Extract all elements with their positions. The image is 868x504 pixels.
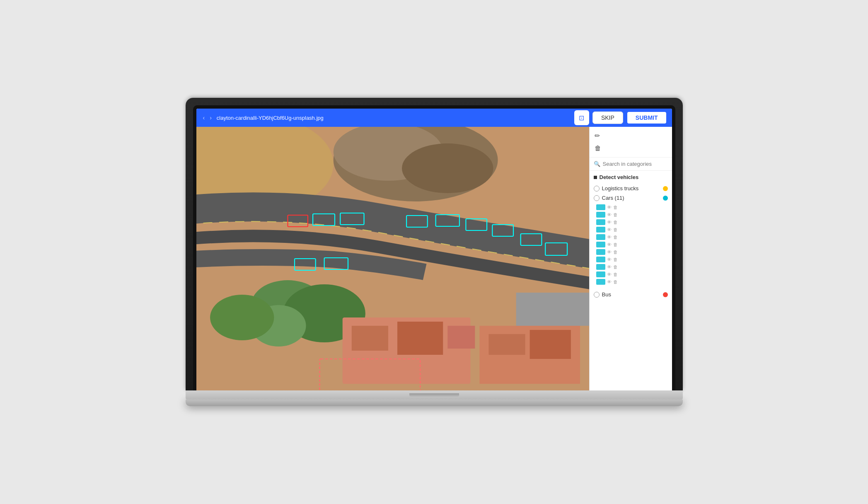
eye-icon-10[interactable]: 👁 <box>607 272 612 277</box>
laptop-base <box>186 390 683 400</box>
annotation-thumb-6 <box>596 242 605 247</box>
trash-icon: 🗑 <box>595 145 601 152</box>
trash-icon-11[interactable]: 🗑 <box>613 279 618 284</box>
laptop-lid: ‹ › clayton-cardinalli-YD6hjCbf6Ug-unspl… <box>186 98 683 390</box>
edit-tool-button[interactable]: ✏ <box>593 130 669 141</box>
svg-rect-10 <box>351 326 388 351</box>
trash-icon-3[interactable]: 🗑 <box>613 220 618 225</box>
annotation-thumb-2 <box>596 212 605 218</box>
svg-rect-12 <box>447 326 475 349</box>
icon-button[interactable]: ⊡ <box>574 110 589 125</box>
edit-icon: ✏ <box>595 132 600 139</box>
radio-logistics-trucks[interactable] <box>594 186 600 191</box>
prev-button[interactable]: ‹ <box>201 114 207 122</box>
main-area: ✏ 🗑 🔍 <box>196 127 672 390</box>
annotation-row: 👁 🗑 <box>596 248 665 256</box>
annotation-thumb-7 <box>596 249 605 255</box>
annotation-row: 👁 🗑 <box>596 204 665 211</box>
laptop-bottom <box>186 400 683 406</box>
trash-icon-4[interactable]: 🗑 <box>613 227 618 232</box>
laptop-frame: ‹ › clayton-cardinalli-YD6hjCbf6Ug-unspl… <box>186 98 683 406</box>
sidebar-tools: ✏ 🗑 <box>590 127 672 158</box>
svg-point-3 <box>402 143 493 193</box>
annotation-row: 👁 🗑 <box>596 278 665 286</box>
trash-icon-6[interactable]: 🗑 <box>613 242 618 247</box>
eye-icon-8[interactable]: 👁 <box>607 257 612 262</box>
eye-icon-3[interactable]: 👁 <box>607 220 612 225</box>
category-header: Detect vehicles <box>594 174 668 180</box>
annotation-row: 👁 🗑 <box>596 218 665 226</box>
copy-icon: ⊡ <box>579 114 584 122</box>
annotation-thumb-10 <box>596 271 605 277</box>
annotation-row: 👁 🗑 <box>596 211 665 218</box>
nav-arrows: ‹ › <box>201 114 213 122</box>
annotation-row: 👁 🗑 <box>596 226 665 233</box>
annotation-thumb-3 <box>596 219 605 225</box>
laptop-hinge <box>409 393 459 397</box>
trash-icon-1[interactable]: 🗑 <box>613 205 618 210</box>
next-button[interactable]: › <box>208 114 213 122</box>
eye-icon-7[interactable]: 👁 <box>607 250 612 254</box>
eye-icon-11[interactable]: 👁 <box>607 279 612 284</box>
annotation-thumb-4 <box>596 227 605 233</box>
trash-icon-2[interactable]: 🗑 <box>613 212 618 217</box>
eye-icon-6[interactable]: 👁 <box>607 242 612 247</box>
filename-label: clayton-cardinalli-YD6hjCbf6Ug-unsplash.… <box>217 115 324 121</box>
toolbar: ‹ › clayton-cardinalli-YD6hjCbf6Ug-unspl… <box>196 109 672 127</box>
annotation-thumb-8 <box>596 257 605 262</box>
search-container: 🔍 <box>590 158 672 171</box>
annotation-thumb-9 <box>596 264 605 270</box>
annotation-rows: 👁 🗑 👁 🗑 👁 <box>594 203 668 286</box>
laptop-screen: ‹ › clayton-cardinalli-YD6hjCbf6Ug-unspl… <box>196 109 672 390</box>
delete-tool-button[interactable]: 🗑 <box>593 143 669 154</box>
aerial-image <box>196 127 589 390</box>
cars-label: Cars (11) <box>602 195 660 201</box>
submit-button[interactable]: SUBMIT <box>626 111 667 124</box>
eye-icon-1[interactable]: 👁 <box>607 205 612 210</box>
bus-color <box>663 292 668 297</box>
eye-icon-5[interactable]: 👁 <box>607 235 612 240</box>
eye-icon-2[interactable]: 👁 <box>607 212 612 217</box>
logistics-trucks-label: Logistics trucks <box>602 185 660 191</box>
category-indicator <box>594 176 597 179</box>
canvas-area[interactable] <box>196 127 589 390</box>
annotation-thumb-5 <box>596 234 605 240</box>
annotation-row: 👁 🗑 <box>596 233 665 241</box>
svg-rect-16 <box>516 293 589 326</box>
search-input[interactable] <box>603 161 668 167</box>
annotation-row: 👁 🗑 <box>596 263 665 271</box>
logistics-trucks-color <box>663 186 668 191</box>
trash-icon-5[interactable]: 🗑 <box>613 235 618 240</box>
search-icon: 🔍 <box>594 161 600 167</box>
svg-rect-15 <box>530 330 571 359</box>
svg-rect-14 <box>488 334 525 355</box>
main-category-label: Detect vehicles <box>600 174 639 180</box>
toolbar-right: ⊡ SKIP SUBMIT <box>574 110 667 125</box>
toolbar-left: ‹ › clayton-cardinalli-YD6hjCbf6Ug-unspl… <box>201 114 324 122</box>
trash-icon-7[interactable]: 🗑 <box>613 250 618 254</box>
annotation-thumb-1 <box>596 204 605 210</box>
trash-icon-8[interactable]: 🗑 <box>613 257 618 262</box>
screen-bezel: ‹ › clayton-cardinalli-YD6hjCbf6Ug-unspl… <box>193 105 675 390</box>
bus-label: Bus <box>602 291 660 298</box>
subcategory-cars[interactable]: Cars (11) <box>594 193 668 203</box>
eye-icon-9[interactable]: 👁 <box>607 264 612 269</box>
annotation-row: 👁 🗑 <box>596 241 665 248</box>
right-sidebar: ✏ 🗑 🔍 <box>589 127 672 390</box>
svg-point-8 <box>210 295 274 340</box>
annotation-thumb-11 <box>596 279 605 285</box>
radio-bus[interactable] <box>594 292 600 298</box>
trash-icon-10[interactable]: 🗑 <box>613 272 618 277</box>
annotation-row: 👁 🗑 <box>596 271 665 278</box>
subcategory-logistics-trucks[interactable]: Logistics trucks <box>594 184 668 193</box>
radio-cars[interactable] <box>594 195 600 201</box>
subcategory-bus[interactable]: Bus <box>594 290 668 299</box>
cars-color <box>663 196 668 201</box>
categories-section: Detect vehicles Logistics trucks <box>590 171 672 303</box>
svg-rect-11 <box>397 322 443 355</box>
eye-icon-4[interactable]: 👁 <box>607 227 612 232</box>
annotation-row: 👁 🗑 <box>596 256 665 263</box>
skip-button[interactable]: SKIP <box>592 111 623 124</box>
trash-icon-9[interactable]: 🗑 <box>613 264 618 269</box>
